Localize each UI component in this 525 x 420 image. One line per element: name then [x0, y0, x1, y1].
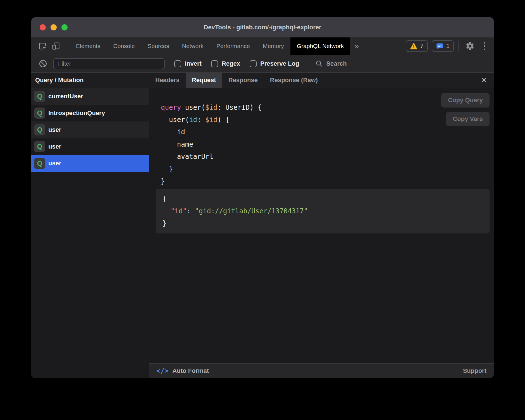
query-code-line: id	[161, 126, 494, 138]
query-list-header: Query / Mutation	[31, 73, 149, 88]
tabbar-separator	[66, 41, 66, 51]
query-name-label: user	[48, 143, 61, 150]
query-list-item[interactable]: Quser	[31, 138, 149, 155]
filter-checkboxes: InvertRegexPreserve Log	[165, 60, 299, 67]
tab-console[interactable]: Console	[107, 37, 141, 55]
tabbar-right-cluster: 7 1	[406, 37, 494, 55]
detail-tab-request[interactable]: Request	[186, 73, 222, 88]
device-toolbar-button[interactable]	[49, 37, 63, 55]
checkbox-label-invert: Invert	[185, 60, 202, 67]
request-tab-content: query user($id: UserID) { user(id: $id) …	[149, 88, 494, 363]
checkbox-preserve-log[interactable]: Preserve Log	[250, 60, 299, 67]
filter-input[interactable]	[53, 58, 165, 69]
warning-triangle-icon	[410, 43, 417, 49]
inspect-cursor-icon	[38, 42, 47, 51]
query-list-item[interactable]: Quser	[31, 121, 149, 138]
query-code-line: }	[161, 175, 494, 187]
search-icon	[315, 60, 323, 68]
tab-graphql-network[interactable]: GraphQL Network	[290, 37, 350, 55]
issues-count: 1	[446, 42, 450, 50]
query-name-label: user	[48, 126, 61, 133]
kebab-menu-icon	[483, 41, 486, 51]
query-type-badge: Q	[34, 91, 45, 102]
main-menu-button[interactable]	[481, 41, 488, 51]
query-list-item[interactable]: QIntrospectionQuery	[31, 105, 149, 121]
settings-button[interactable]	[463, 41, 477, 51]
variables-code-line: }	[163, 217, 483, 230]
title-bar: DevTools - gitlab.com/-/graphql-explorer	[31, 17, 494, 37]
detail-tab-strip: HeadersRequestResponseResponse (Raw) ✕	[149, 73, 494, 88]
filter-bar: InvertRegexPreserve Log Search	[31, 55, 494, 73]
query-type-badge: Q	[34, 141, 45, 152]
checkbox-label-preserve-log: Preserve Log	[260, 60, 299, 67]
clear-log-button[interactable]	[36, 59, 50, 68]
detail-tabs: HeadersRequestResponseResponse (Raw)	[149, 73, 324, 88]
window-title: DevTools - gitlab.com/-/graphql-explorer	[31, 24, 494, 31]
detail-tab-headers[interactable]: Headers	[149, 73, 186, 88]
query-list-item[interactable]: QcurrentUser	[31, 88, 149, 105]
code-brackets-icon: </>	[156, 367, 168, 375]
variables-code-line: {	[163, 193, 483, 205]
checkbox-invert[interactable]: Invert	[174, 60, 202, 67]
checkbox-regex[interactable]: Regex	[211, 60, 240, 67]
tab-memory[interactable]: Memory	[256, 37, 290, 55]
checkbox-box-preserve-log[interactable]	[250, 60, 257, 67]
copy-query-button[interactable]: Copy Query	[441, 93, 490, 108]
query-name-label: currentUser	[48, 93, 83, 100]
search-label: Search	[326, 60, 347, 67]
checkbox-box-regex[interactable]	[211, 60, 218, 67]
content-split: Query / Mutation QcurrentUserQIntrospect…	[31, 73, 494, 378]
issues-badge[interactable]: 1	[432, 40, 454, 52]
main-tab-strip: ElementsConsoleSourcesNetworkPerformance…	[70, 37, 350, 55]
detail-tab-response[interactable]: Response	[222, 73, 264, 88]
copy-buttons: Copy Query Copy Vars	[441, 93, 490, 126]
copy-vars-button[interactable]: Copy Vars	[446, 112, 490, 126]
query-list: QcurrentUserQIntrospectionQueryQuserQuse…	[31, 88, 149, 172]
tab-sources[interactable]: Sources	[141, 37, 176, 55]
query-type-badge: Q	[34, 124, 45, 135]
detail-footer: </> Auto Format Support	[149, 363, 494, 378]
auto-format-button[interactable]: Auto Format	[172, 367, 209, 374]
checkbox-label-regex: Regex	[222, 60, 240, 67]
gear-icon	[465, 41, 475, 51]
query-name-label: user	[48, 160, 61, 167]
warnings-count: 7	[420, 42, 424, 50]
request-detail-panel: HeadersRequestResponseResponse (Raw) ✕ q…	[149, 73, 494, 378]
query-type-badge: Q	[34, 108, 45, 119]
query-name-label: IntrospectionQuery	[48, 109, 105, 117]
warnings-badge[interactable]: 7	[406, 40, 428, 52]
device-toggle-icon	[51, 42, 60, 51]
close-detail-icon[interactable]: ✕	[481, 77, 487, 84]
devtools-window: DevTools - gitlab.com/-/graphql-explorer…	[31, 17, 494, 378]
query-list-item-selected[interactable]: Quser	[31, 155, 149, 172]
query-code-line: name	[161, 138, 494, 151]
query-list-panel: Query / Mutation QcurrentUserQIntrospect…	[31, 73, 149, 378]
tab-network[interactable]: Network	[176, 37, 210, 55]
variables-code-line: "id": "gid://gitlab/User/13704317"	[163, 205, 483, 217]
graphql-variables-box: { "id": "gid://gitlab/User/13704317"}	[156, 189, 490, 233]
tab-performance[interactable]: Performance	[210, 37, 256, 55]
checkbox-box-invert[interactable]	[174, 60, 181, 67]
inspect-element-button[interactable]	[36, 37, 49, 55]
query-code-line: }	[161, 163, 494, 175]
message-bubble-icon	[436, 42, 443, 50]
support-link[interactable]: Support	[463, 367, 486, 374]
more-tabs-button[interactable]: »	[350, 37, 363, 55]
detail-tab-response-raw[interactable]: Response (Raw)	[264, 73, 324, 88]
tab-elements[interactable]: Elements	[70, 37, 107, 55]
cluster-separator	[458, 41, 459, 51]
search-control[interactable]: Search	[315, 60, 347, 68]
block-icon	[39, 59, 47, 68]
query-code-line: avatarUrl	[161, 151, 494, 163]
query-type-badge: Q	[34, 158, 45, 169]
devtools-tab-bar: ElementsConsoleSourcesNetworkPerformance…	[31, 37, 494, 55]
